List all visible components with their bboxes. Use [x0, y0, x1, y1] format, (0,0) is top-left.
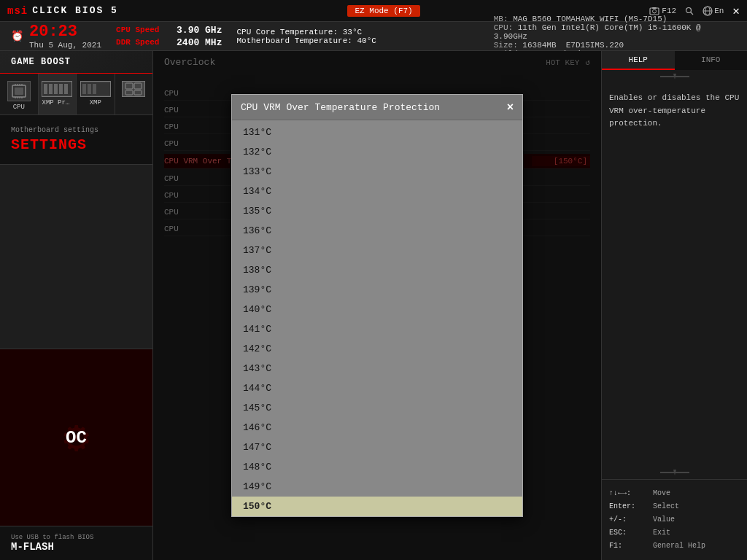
cpu-temp-label: CPU Core Temperature: — [236, 28, 338, 36]
svg-rect-20 — [49, 84, 53, 94]
tab-help[interactable]: HELP — [602, 51, 675, 70]
temp-item[interactable]: 132°C — [232, 142, 522, 162]
modal-title: CPU VRM Over Temperature Protection — [241, 102, 440, 113]
ddr-speed-value: 2400 MHz — [177, 37, 222, 48]
temp-item[interactable]: 143°C — [232, 359, 522, 378]
modal-header: CPU VRM Over Temperature Protection × — [232, 95, 522, 120]
nav-cpu[interactable]: CPU — [0, 74, 39, 114]
kbd-esc-desc: Exit — [653, 526, 670, 540]
center-area: Overclock HOT KEY ↺ CPU CPU CPU CPU — [153, 51, 601, 560]
nav-xmp1-label: XMP Profile 1 — [42, 99, 73, 106]
ram-size: 16384MB — [522, 41, 556, 50]
right-panel-bottom-icon — [602, 466, 747, 479]
top-bar-left: msi CLICK BIOS 5 — [7, 5, 118, 17]
svg-rect-21 — [54, 84, 58, 94]
left-sidebar: GAME BOOST CPU XMP Profile 1 XMP — [0, 51, 153, 560]
clock-date: Thu 5 Aug, 2021 — [29, 41, 101, 50]
svg-point-1 — [653, 9, 657, 13]
help-text: Enables or disables the CPU VRM over-tem… — [609, 93, 739, 128]
right-panel-icon-area — [602, 70, 747, 83]
settings-subtitle: Motherboard settings — [11, 126, 142, 134]
kbd-f1-key: F1: — [609, 540, 653, 553]
temp-item[interactable]: 131°C — [232, 122, 522, 142]
kbd-value-desc: Value — [653, 513, 675, 526]
temp-item[interactable]: 138°C — [232, 260, 522, 280]
speed-section: CPU Speed 3.90 GHz DDR Speed 2400 MHz — [116, 25, 222, 48]
svg-rect-28 — [125, 83, 133, 89]
temp-item[interactable]: 148°C — [232, 457, 522, 477]
temp-item[interactable]: 134°C — [232, 182, 522, 201]
mb-name: MAG B560 TOMAHAWK WIFI (MS-7D15) — [513, 15, 667, 23]
tab-info[interactable]: INFO — [675, 51, 748, 70]
kbd-esc-key: ESC: — [609, 526, 653, 540]
svg-rect-2 — [652, 7, 657, 9]
temp-item[interactable]: 139°C — [232, 280, 522, 300]
svg-rect-25 — [82, 84, 86, 94]
right-panel-tabs: HELP INFO — [602, 51, 747, 70]
bios-ver: E7D15IMS.220 — [566, 41, 624, 50]
help-content: Enables or disables the CPU VRM over-tem… — [602, 83, 747, 466]
temp-item[interactable]: 145°C — [232, 398, 522, 418]
temp-item[interactable]: 137°C — [232, 241, 522, 260]
clock-icon: ⏰ — [11, 30, 23, 42]
kbd-f1-desc: General Help — [653, 540, 705, 553]
right-panel: HELP INFO Enables or disables the CPU VR… — [601, 51, 747, 560]
temp-item[interactable]: 136°C — [232, 221, 522, 241]
cpu-name: 11th Gen Intel(R) Core(TM) i5-11600K @ 3… — [494, 23, 701, 41]
temp-item[interactable]: 147°C — [232, 438, 522, 457]
modal-close-button[interactable]: × — [507, 101, 514, 114]
top-bar-center: EZ Mode (F7) — [347, 5, 419, 17]
nav-misc[interactable] — [115, 74, 153, 114]
svg-rect-31 — [134, 90, 142, 95]
ddr-speed-label: DDR Speed — [116, 38, 171, 47]
temp-item[interactable]: 142°C — [232, 339, 522, 359]
temp-item[interactable]: 146°C — [232, 418, 522, 438]
svg-point-3 — [686, 7, 692, 12]
kbd-move-key: ↑↓←→: — [609, 487, 653, 500]
mb-temp-label: Motherboard Temperature: — [236, 36, 352, 45]
cpu-icon — [7, 81, 31, 101]
mb-temp-value: 40°C — [357, 36, 376, 45]
temp-item[interactable]: 149°C — [232, 477, 522, 497]
modal-dialog: CPU VRM Over Temperature Protection × 12… — [231, 94, 523, 517]
game-boost-button[interactable]: GAME BOOST — [0, 51, 152, 74]
svg-rect-26 — [88, 84, 91, 94]
cpu-temp-value: 33°C — [343, 28, 362, 36]
svg-rect-0 — [650, 8, 659, 15]
settings-section: Motherboard settings SETTINGS — [0, 115, 152, 165]
kbd-enter-key: Enter: — [609, 500, 653, 513]
svg-rect-23 — [64, 84, 68, 94]
temp-item[interactable]: 141°C — [232, 319, 522, 339]
kbd-enter-desc: Select — [653, 500, 679, 513]
clock-time: 20:23 — [29, 23, 101, 41]
settings-title: SETTINGS — [11, 136, 142, 153]
kbd-move-desc: Move — [653, 487, 670, 500]
temp-item[interactable]: 133°C — [232, 162, 522, 182]
svg-rect-22 — [59, 84, 63, 94]
nav-xmp2[interactable]: XMP — [77, 74, 115, 114]
temp-item[interactable]: 144°C — [232, 378, 522, 398]
temp-item[interactable]: 135°C — [232, 201, 522, 221]
cpu-speed-label: CPU Speed — [116, 26, 171, 34]
cpu-speed-value: 3.90 GHz — [177, 25, 222, 36]
bios-title: CLICK BIOS 5 — [32, 5, 118, 16]
settings-list-area — [0, 165, 152, 349]
nav-xmp1[interactable]: XMP Profile 1 — [39, 74, 77, 114]
modal-body: 123°C124°C125°C126°C127°C128°C129°C130°C… — [232, 120, 522, 516]
mflash-section[interactable]: Use USB to flash BIOS M-FLASH — [0, 526, 152, 560]
temp-item[interactable]: 150°C — [232, 497, 522, 516]
svg-rect-30 — [125, 90, 133, 95]
mflash-title: M-FLASH — [11, 541, 142, 553]
svg-rect-29 — [134, 83, 142, 89]
svg-rect-9 — [15, 88, 23, 95]
kbd-value-key: +/-: — [609, 513, 653, 526]
svg-rect-27 — [93, 84, 96, 94]
clock-section: ⏰ 20:23 Thu 5 Aug, 2021 — [11, 23, 101, 50]
status-bar: ⏰ 20:23 Thu 5 Aug, 2021 CPU Speed 3.90 G… — [0, 22, 747, 51]
mflash-subtitle: Use USB to flash BIOS — [11, 534, 142, 541]
oc-section[interactable]: ⚙ OC — [0, 349, 152, 526]
nav-icons-row: CPU XMP Profile 1 XMP — [0, 74, 152, 115]
temperature-list[interactable]: 123°C124°C125°C126°C127°C128°C129°C130°C… — [232, 120, 522, 516]
ez-mode-button[interactable]: EZ Mode (F7) — [347, 5, 419, 17]
temp-item[interactable]: 140°C — [232, 300, 522, 319]
